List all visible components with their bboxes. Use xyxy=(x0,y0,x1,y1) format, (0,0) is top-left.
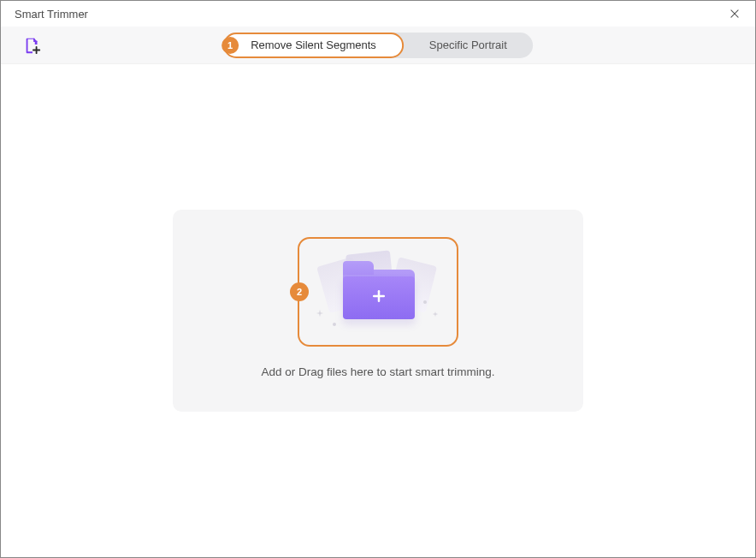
tab-label: Specific Portrait xyxy=(429,39,507,51)
dropzone-caption: Add or Drag files here to start smart tr… xyxy=(261,365,494,378)
folder-illustration xyxy=(314,249,442,335)
tab-pill: 1 Remove Silent Segments Specific Portra… xyxy=(223,33,533,58)
folder-front-icon xyxy=(343,276,415,319)
titlebar: Smart Trimmer xyxy=(1,1,755,27)
step-badge-1: 1 xyxy=(221,37,239,54)
tab-label: Remove Silent Segments xyxy=(251,39,376,51)
main-content: 2 Add or xyxy=(1,64,755,557)
mode-tabs: 1 Remove Silent Segments Specific Portra… xyxy=(223,33,533,58)
sparkle-icon xyxy=(316,309,324,318)
dot-icon xyxy=(333,323,336,326)
close-button[interactable] xyxy=(726,5,743,22)
plus-icon xyxy=(370,288,387,308)
header-bar: 1 Remove Silent Segments Specific Portra… xyxy=(1,27,755,64)
dot-icon xyxy=(423,300,427,304)
tab-specific-portrait[interactable]: Specific Portrait xyxy=(404,33,533,58)
sparkle-icon xyxy=(432,311,439,318)
app-logo-icon xyxy=(23,36,42,55)
dropzone-card: 2 Add or xyxy=(173,210,583,412)
tab-remove-silent-segments[interactable]: 1 Remove Silent Segments xyxy=(223,33,404,58)
window-title: Smart Trimmer xyxy=(15,8,88,21)
step-badge-2: 2 xyxy=(290,282,309,301)
close-icon xyxy=(729,8,741,20)
file-drop-target[interactable]: 2 xyxy=(298,237,458,347)
